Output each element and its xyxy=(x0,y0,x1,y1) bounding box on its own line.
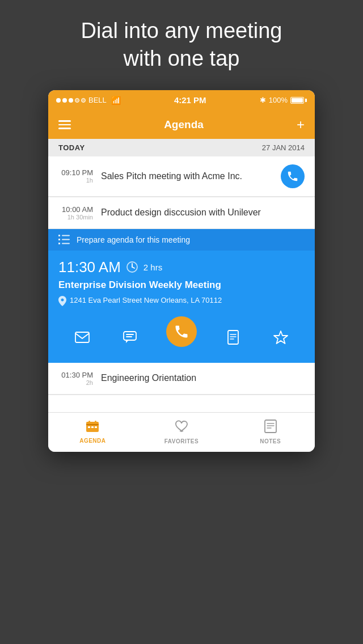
signal-dot-4 xyxy=(75,98,79,103)
battery-tip xyxy=(305,99,307,102)
favorites-icon xyxy=(175,420,188,433)
call-center-button[interactable] xyxy=(166,316,197,347)
menu-button[interactable] xyxy=(58,120,71,129)
status-right: ✱ 100% xyxy=(260,96,307,104)
svg-marker-17 xyxy=(274,331,288,344)
comment-icon xyxy=(123,331,137,344)
svg-rect-25 xyxy=(265,420,276,433)
svg-rect-0 xyxy=(58,235,60,236)
calendar-icon xyxy=(86,420,99,433)
action-bar xyxy=(48,316,315,363)
status-time: 4:21 PM xyxy=(174,95,206,105)
meeting-title: Product design disccusion with Unilever xyxy=(101,206,305,219)
meeting-duration: 1h 30min xyxy=(58,214,93,221)
battery-fill xyxy=(292,98,303,103)
document-button[interactable] xyxy=(222,326,244,349)
agenda-tab-icon xyxy=(86,420,99,436)
agenda-hint-row: Prepare agenda for this meeting xyxy=(48,229,315,251)
meeting-time: 01:30 PM xyxy=(58,371,93,379)
menu-line-2 xyxy=(58,124,71,126)
clock-icon xyxy=(126,261,138,273)
meeting-title: Sales Pitch meeting with Acme Inc. xyxy=(101,170,274,183)
phone-icon xyxy=(286,170,299,183)
notes-icon xyxy=(264,420,277,433)
phone-wrapper: Dial into any meeting with one tap BELL … xyxy=(0,0,363,644)
menu-line-3 xyxy=(58,128,71,129)
call-button[interactable] xyxy=(281,164,305,188)
svg-rect-1 xyxy=(62,235,70,236)
active-meeting-body: 11:30 AM 2 hrs Enterprise Division Weekl… xyxy=(48,251,315,308)
meeting-duration: 2h xyxy=(58,379,93,386)
meeting-item[interactable]: 09:10 PM 1h Sales Pitch meeting with Acm… xyxy=(48,156,315,197)
signal-dot-5 xyxy=(81,98,86,103)
active-time: 11:30 AM xyxy=(58,259,121,276)
mail-icon xyxy=(75,332,90,343)
svg-rect-13 xyxy=(228,331,238,344)
battery-icon xyxy=(290,97,307,104)
location-pin-icon xyxy=(58,296,66,308)
notes-tab-icon xyxy=(264,420,277,437)
menu-line-1 xyxy=(58,120,71,122)
battery-body xyxy=(290,97,304,104)
battery-percent: 100% xyxy=(269,96,288,104)
active-location: 1241 Eva Pearl Street New Orleans, LA 70… xyxy=(58,295,305,308)
hero-line1: Dial into any meeting xyxy=(81,19,282,43)
today-label: TODAY xyxy=(58,143,85,152)
svg-rect-20 xyxy=(88,421,90,423)
signal-dots xyxy=(56,98,86,103)
star-button[interactable] xyxy=(269,326,292,349)
active-meeting[interactable]: Prepare agenda for this meeting 11:30 AM… xyxy=(48,229,315,363)
status-bar: BELL 📶 4:21 PM ✱ 100% xyxy=(48,90,315,111)
svg-rect-23 xyxy=(91,426,94,428)
active-time-row: 11:30 AM 2 hrs xyxy=(58,259,305,276)
comment-button[interactable] xyxy=(119,326,141,349)
carrier-label: BELL xyxy=(88,96,107,104)
mail-button[interactable] xyxy=(71,326,94,349)
svg-rect-4 xyxy=(58,243,60,244)
menu-lines-icon xyxy=(58,120,71,129)
tab-agenda-label: AGENDA xyxy=(79,438,105,444)
star-icon xyxy=(273,330,288,345)
signal-dot-1 xyxy=(56,98,61,103)
meeting-time-col: 01:30 PM 2h xyxy=(58,371,101,386)
svg-rect-5 xyxy=(62,243,70,244)
list-icon xyxy=(58,235,71,245)
meeting-time-col: 10:00 AM 1h 30min xyxy=(58,205,101,221)
meeting-duration: 1h xyxy=(58,177,93,184)
tab-favorites-label: FAVORITES xyxy=(164,438,199,444)
location-text: 1241 Eva Pearl Street New Orleans, LA 70… xyxy=(70,295,222,306)
signal-dot-2 xyxy=(62,98,67,103)
tab-agenda[interactable]: AGENDA xyxy=(48,420,137,444)
status-left: BELL 📶 xyxy=(56,96,121,105)
meeting-time: 09:10 PM xyxy=(58,168,93,177)
tab-favorites[interactable]: FAVORITES xyxy=(137,420,226,444)
tab-bar: AGENDA FAVORITES xyxy=(48,412,315,452)
nav-bar: Agenda + xyxy=(48,111,315,139)
add-meeting-button[interactable]: + xyxy=(297,118,305,132)
phone-frame: BELL 📶 4:21 PM ✱ 100% xyxy=(48,90,315,452)
document-icon xyxy=(227,330,239,345)
hero-text: Dial into any meeting with one tap xyxy=(47,17,316,73)
svg-rect-21 xyxy=(95,421,96,423)
tab-notes-label: NOTES xyxy=(260,438,281,444)
date-header: TODAY 27 JAN 2014 xyxy=(48,139,315,156)
hero-line2: with one tap xyxy=(124,46,240,70)
active-title: Enterprise Division Weekly Meeting xyxy=(58,279,305,291)
svg-rect-3 xyxy=(62,239,70,240)
meeting-time: 10:00 AM xyxy=(58,205,93,214)
call-center-icon xyxy=(174,324,189,340)
tab-notes[interactable]: NOTES xyxy=(226,420,315,444)
meeting-item[interactable]: 01:30 PM 2h Engineering Orientation xyxy=(48,363,315,395)
bluetooth-icon: ✱ xyxy=(260,96,266,104)
svg-rect-22 xyxy=(88,426,90,428)
svg-line-8 xyxy=(132,267,134,268)
active-duration: 2 hrs xyxy=(143,262,162,272)
svg-rect-9 xyxy=(75,332,89,342)
svg-rect-10 xyxy=(124,332,136,340)
favorites-tab-icon xyxy=(175,420,188,437)
spacer xyxy=(48,395,315,412)
meeting-item[interactable]: 10:00 AM 1h 30min Product design disccus… xyxy=(48,197,315,229)
signal-dot-3 xyxy=(69,98,73,103)
meeting-time-col: 09:10 PM 1h xyxy=(58,168,101,184)
meeting-title: Engineering Orientation xyxy=(101,372,305,384)
